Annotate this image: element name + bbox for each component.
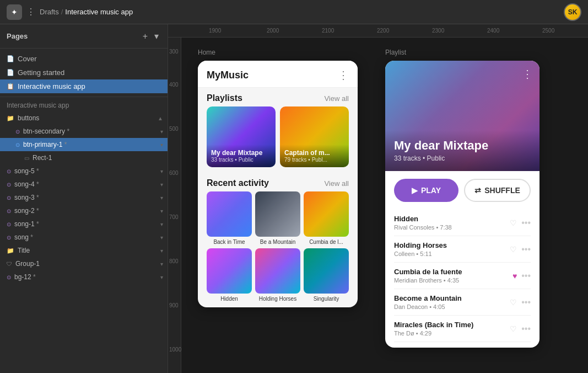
sidebar-item-getting-started[interactable]: 📄 Getting started [0, 66, 168, 79]
frame-home: Home MyMusic ⋮ Playlists View all [198, 49, 358, 373]
heart-icon-hidden[interactable]: ♡ [510, 219, 517, 227]
ruler-mark-1900: 1900 [209, 28, 221, 34]
breadcrumb-drafts[interactable]: Drafts [40, 8, 59, 16]
folder-icon: 📁 [7, 115, 14, 122]
activity-back-in-time[interactable]: Back in Time [207, 191, 252, 245]
track-info-holding: Holding Horses Colleen • 5:11 [394, 241, 510, 257]
breadcrumb-separator: / [61, 8, 63, 16]
pages-chevron-button[interactable]: ▾ [152, 30, 161, 42]
heart-icon-mountain[interactable]: ♡ [510, 298, 517, 307]
activity-singularity[interactable]: Singularity [304, 248, 349, 302]
ruler-v-600: 600 [169, 170, 179, 176]
ruler-mark-2400: 2400 [487, 28, 499, 34]
playlist-card-captain[interactable]: Captain of m... 79 tracks • Publ... [280, 106, 349, 167]
topbar: ✦ ⋮ Drafts / Interactive music app SK [0, 0, 588, 24]
layer-song-1-chevron[interactable]: ▾ [160, 221, 163, 227]
layer-song-3-chevron[interactable]: ▾ [160, 195, 163, 201]
layer-song-chevron[interactable]: ▾ [160, 235, 163, 241]
menu-dots[interactable]: ⋮ [26, 7, 35, 17]
activity-name-cumbia: Cumbia de l... [304, 239, 349, 245]
play-label: PLAY [421, 186, 441, 195]
layer-song-label: song * [14, 233, 157, 241]
layer-btn-primary-chevron[interactable]: ▾ [160, 142, 163, 148]
more-icon-cumbia[interactable]: ••• [521, 271, 531, 281]
layer-title[interactable]: 📁 Title ▾ [0, 244, 168, 257]
track-name-mountain: Become a Mountain [394, 294, 510, 302]
activity-be-a-mountain[interactable]: Be a Mountain [255, 191, 300, 245]
layer-rect-1[interactable]: ▭ Rect-1 [0, 151, 168, 164]
playlists-view-all[interactable]: View all [324, 94, 349, 103]
more-icon-hidden[interactable]: ••• [521, 218, 531, 228]
more-icon-holding[interactable]: ••• [521, 244, 531, 254]
playlist-card-info-captain: Captain of m... 79 tracks • Publ... [280, 145, 349, 167]
sidebar-item-cover[interactable]: 📄 Cover [0, 52, 168, 66]
layer-bg-12-chevron[interactable]: ▾ [160, 274, 163, 280]
canvas-area: 1900 2000 2100 2200 2300 2400 2500 2600 … [168, 24, 588, 373]
layer-btn-secondary[interactable]: ⊙ btn-secondary * ▾ [0, 125, 168, 138]
layer-song[interactable]: ⊙ song * ▾ [0, 231, 168, 244]
track-name-cumbia: Cumbia de la fuente [394, 268, 513, 276]
layer-song-2-chevron[interactable]: ▾ [160, 208, 163, 214]
playlist-hero-meta: 33 tracks • Public [394, 154, 531, 162]
recent-view-all[interactable]: View all [324, 179, 349, 188]
shuffle-button[interactable]: ⇄ SHUFFLE [464, 179, 531, 202]
add-page-button[interactable]: + [141, 30, 150, 42]
layer-bg-12[interactable]: ⊙ bg-12 * ▾ [0, 270, 168, 284]
breadcrumb: Drafts / Interactive music app [40, 8, 133, 16]
playlist-hero-menu[interactable]: ⋮ [522, 67, 533, 81]
layer-song-4-label: song-4 * [14, 180, 157, 188]
more-icon-miracles[interactable]: ••• [521, 324, 531, 334]
layer-group-1-chevron[interactable]: ▾ [160, 261, 163, 267]
heart-icon-cumbia[interactable]: ♥ [513, 271, 517, 280]
activity-hidden[interactable]: Hidden [207, 248, 252, 302]
activity-name-hidden: Hidden [207, 296, 252, 302]
activity-holding-horses[interactable]: Holding Horses [255, 248, 300, 302]
layer-group-1[interactable]: 🛡 Group-1 ▾ [0, 257, 168, 270]
page-name-interactive: Interactive music app [18, 82, 85, 90]
layer-song-4[interactable]: ⊙ song-4 * ▾ [0, 178, 168, 191]
activity-cumbia[interactable]: Cumbia de l... [304, 191, 349, 245]
heart-icon-miracles[interactable]: ♡ [510, 324, 517, 333]
playlist-actions: ▶ PLAY ⇄ SHUFFLE [385, 171, 540, 210]
playlists-section-header: Playlists View all [198, 88, 358, 106]
layer-btn-secondary-chevron[interactable]: ▾ [160, 129, 163, 135]
layer-song-5[interactable]: ⊙ song-5 * ▾ [0, 164, 168, 178]
track-artist-hidden: Rival Consoles • 7:38 [394, 224, 510, 231]
play-button[interactable]: ▶ PLAY [394, 179, 458, 202]
layer-song-5-chevron[interactable]: ▾ [160, 168, 163, 174]
more-icon-mountain[interactable]: ••• [521, 297, 531, 307]
playlist-hero-title: My dear Mixtape [394, 139, 531, 152]
playlist-hero: ⋮ My dear Mixtape 33 tracks • Public [385, 61, 540, 171]
heart-icon-holding[interactable]: ♡ [510, 245, 517, 254]
component-icon-song3: ⊙ [7, 195, 11, 201]
track-holding-horses: Holding Horses Colleen • 5:11 ♡ ••• [394, 236, 531, 263]
layer-title-chevron[interactable]: ▾ [160, 248, 163, 254]
playlist-card-name-mixtape: My dear Mixtape [211, 149, 271, 157]
layer-song-4-chevron[interactable]: ▾ [160, 182, 163, 188]
track-become-mountain: Become a Mountain Dan Deacon • 4:05 ♡ ••… [394, 289, 531, 316]
ruler-v-800: 800 [169, 258, 179, 264]
playlist-card-name-captain: Captain of m... [284, 149, 344, 157]
layer-buttons-chevron[interactable]: ▲ [158, 115, 163, 121]
playlist-card-mixtape[interactable]: My dear Mixtape 33 tracks • Public [207, 106, 276, 167]
layer-song-2[interactable]: ⊙ song-2 * ▾ [0, 204, 168, 217]
component-icon-song4: ⊙ [7, 182, 11, 188]
activity-name-back-in-time: Back in Time [207, 239, 252, 245]
layer-btn-primary-1[interactable]: ⊙ btn-primary-1 * ▾ [0, 138, 168, 151]
layer-song-5-label: song-5 * [14, 167, 157, 175]
layer-song-1[interactable]: ⊙ song-1 * ▾ [0, 217, 168, 231]
ruler-mark-2300: 2300 [432, 28, 444, 34]
component-icon-song5: ⊙ [7, 168, 11, 174]
playlist-hero-info: My dear Mixtape 33 tracks • Public [385, 130, 540, 171]
sidebar-item-interactive-music-app[interactable]: 📋 Interactive music app [0, 79, 168, 93]
phone-home-menu[interactable]: ⋮ [338, 68, 349, 82]
ruler-mark-2500: 2500 [542, 28, 554, 34]
layer-song-3[interactable]: ⊙ song-3 * ▾ [0, 191, 168, 204]
component-icon-song1: ⊙ [7, 221, 11, 227]
layer-song-2-label: song-2 * [14, 207, 157, 215]
layer-group-1-label: Group-1 [15, 260, 157, 268]
user-avatar[interactable]: SK [564, 3, 581, 21]
track-actions-miracles: ♡ ••• [510, 324, 531, 334]
layer-buttons[interactable]: 📁 buttons ▲ [0, 111, 168, 125]
phone-home-title: MyMusic [207, 70, 249, 81]
